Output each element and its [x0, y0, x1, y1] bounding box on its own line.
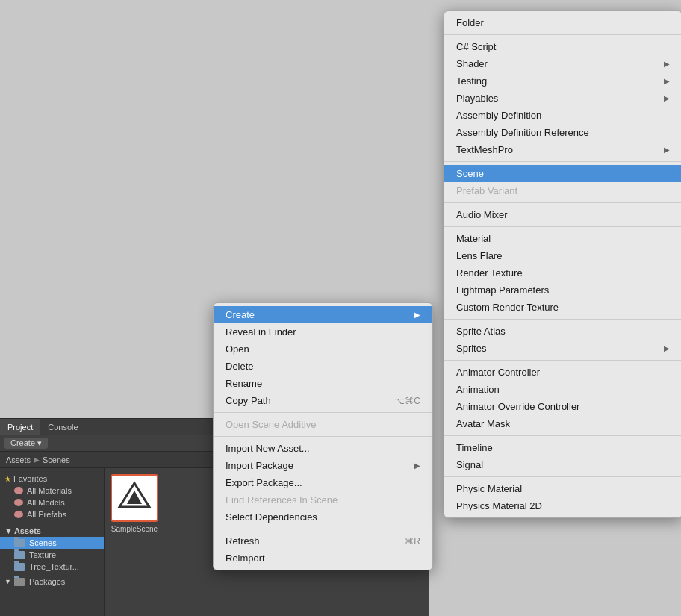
sec-sep-4	[444, 319, 681, 320]
sec-sep-3	[444, 226, 681, 227]
unity-logo-svg	[116, 480, 152, 516]
file-item-sample-scene[interactable]: SampleScene	[111, 474, 158, 616]
menu-item-animator-override[interactable]: Animator Override Controller	[444, 398, 681, 415]
menu-item-material[interactable]: Material	[444, 230, 681, 247]
menu-item-reimport[interactable]: Reimport	[214, 550, 432, 567]
assets-section: ▼ Assets Scenes Texture Tree_Textur...	[0, 525, 104, 588]
folder-icon-packages	[14, 578, 25, 586]
menu-item-animator-ctrl[interactable]: Animator Controller	[444, 364, 681, 381]
separator-1	[214, 412, 432, 413]
tab-console[interactable]: Console	[40, 419, 85, 435]
sec-sep-5	[444, 360, 681, 361]
menu-item-delete[interactable]: Delete	[214, 358, 432, 375]
menu-item-open[interactable]: Open	[214, 340, 432, 358]
menu-item-animation[interactable]: Animation	[444, 381, 681, 398]
sec-sep-0	[444, 34, 681, 35]
sidebar-item-tree-texture[interactable]: Tree_Textur...	[0, 561, 104, 573]
menu-item-scene[interactable]: Scene	[444, 165, 681, 182]
shader-arrow: ▶	[664, 60, 670, 68]
menu-item-testing[interactable]: Testing ▶	[444, 72, 681, 90]
packages-arrow: ▼	[4, 578, 12, 585]
menu-item-custom-render[interactable]: Custom Render Texture	[444, 299, 681, 316]
menu-item-export-package[interactable]: Export Package...	[214, 474, 432, 491]
menu-item-copy-path[interactable]: Copy Path ⌥⌘C	[214, 392, 432, 409]
menu-item-import-new[interactable]: Import New Asset...	[214, 440, 432, 457]
menu-item-reveal[interactable]: Reveal in Finder	[214, 323, 432, 340]
menu-item-assembly-def-ref[interactable]: Assembly Definition Reference	[444, 124, 681, 141]
menu-item-folder[interactable]: Folder	[444, 14, 681, 31]
assets-header: ▼ Assets	[0, 525, 104, 537]
menu-item-prefab-variant: Prefab Variant	[444, 182, 681, 199]
menu-item-sprite-atlas[interactable]: Sprite Atlas	[444, 323, 681, 340]
favorites-label: Favorites	[13, 474, 47, 483]
context-menu-secondary: Folder C# Script Shader ▶ Testing ▶ Play…	[444, 10, 681, 518]
breadcrumb-assets: Assets	[6, 455, 31, 464]
separator-3	[214, 529, 432, 529]
sec-sep-7	[444, 476, 681, 477]
favorites-header: ★ Favorites	[0, 473, 104, 485]
menu-item-lens-flare[interactable]: Lens Flare	[444, 247, 681, 264]
import-package-arrow: ▶	[414, 461, 420, 470]
menu-item-playables[interactable]: Playables ▶	[444, 90, 681, 107]
separator-2	[214, 436, 432, 437]
menu-item-physic-mat[interactable]: Physic Material	[444, 480, 681, 497]
menu-item-refresh[interactable]: Refresh ⌘R	[214, 532, 432, 550]
breadcrumb-arrow: ▶	[34, 455, 40, 464]
copy-path-shortcut: ⌥⌘C	[394, 396, 420, 406]
menu-item-open-additive: Open Scene Additive	[214, 416, 432, 433]
sidebar-item-all-prefabs[interactable]: All Prefabs	[0, 508, 104, 520]
folder-icon-scenes	[14, 539, 25, 547]
menu-item-avatar-mask[interactable]: Avatar Mask	[444, 415, 681, 432]
folder-icon-texture	[14, 551, 25, 559]
file-icon-unity	[111, 474, 158, 522]
tab-project[interactable]: Project	[0, 419, 40, 435]
refresh-shortcut: ⌘R	[405, 536, 420, 547]
menu-item-physics-mat-2d[interactable]: Physics Material 2D	[444, 497, 681, 514]
folder-icon-tree	[14, 563, 25, 571]
menu-item-import-package[interactable]: Import Package ▶	[214, 457, 432, 474]
menu-item-create[interactable]: Create ▶	[214, 306, 432, 323]
menu-item-find-refs: Find References In Scene	[214, 491, 432, 508]
testing-arrow: ▶	[664, 77, 670, 85]
sidebar-item-all-models[interactable]: All Models	[0, 497, 104, 508]
menu-item-csharp[interactable]: C# Script	[444, 38, 681, 55]
sidebar-item-scenes[interactable]: Scenes	[0, 537, 104, 549]
sec-sep-2	[444, 202, 681, 203]
sec-sep-6	[444, 435, 681, 436]
sidebar-tree: ★ Favorites All Materials All Models All	[0, 468, 105, 616]
sidebar-item-texture[interactable]: Texture	[0, 549, 104, 561]
menu-item-textmeshpro[interactable]: TextMeshPro ▶	[444, 141, 681, 158]
menu-item-lightmap-params[interactable]: Lightmap Parameters	[444, 281, 681, 299]
sidebar-item-all-materials[interactable]: All Materials	[0, 485, 104, 497]
favorites-section: ★ Favorites All Materials All Models All	[0, 471, 104, 522]
breadcrumb-scenes: Scenes	[43, 455, 70, 464]
menu-item-shader[interactable]: Shader ▶	[444, 55, 681, 72]
menu-item-sprites[interactable]: Sprites ▶	[444, 340, 681, 357]
menu-item-audio-mixer[interactable]: Audio Mixer	[444, 206, 681, 223]
file-label: SampleScene	[111, 525, 158, 533]
sidebar-item-packages[interactable]: ▼ Packages	[0, 576, 104, 588]
assets-arrow: ▼	[4, 526, 13, 535]
create-button[interactable]: Create ▾	[4, 438, 48, 449]
context-menu-primary: Create ▶ Reveal in Finder Open Delete Re…	[213, 302, 433, 570]
menu-item-select-deps[interactable]: Select Dependencies	[214, 508, 432, 526]
playables-arrow: ▶	[664, 94, 670, 102]
menu-item-render-texture[interactable]: Render Texture	[444, 264, 681, 281]
menu-item-signal[interactable]: Signal	[444, 456, 681, 473]
sec-sep-1	[444, 161, 681, 162]
assets-label: Assets	[14, 526, 41, 535]
sprites-arrow: ▶	[664, 344, 670, 352]
menu-item-timeline[interactable]: Timeline	[444, 439, 681, 456]
create-submenu-arrow: ▶	[414, 311, 420, 319]
menu-item-rename[interactable]: Rename	[214, 375, 432, 392]
tmp-arrow: ▶	[664, 146, 670, 154]
menu-item-assembly-def[interactable]: Assembly Definition	[444, 107, 681, 124]
star-icon: ★	[4, 475, 11, 483]
